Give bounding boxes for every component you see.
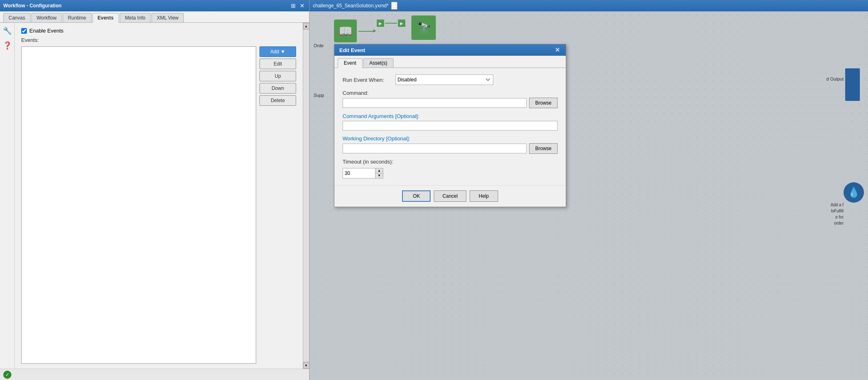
run-event-row: Run Event When: Disabled Before Run Afte… [343,74,558,85]
help-icon[interactable]: ❓ [2,40,13,51]
spinner-buttons: ▲ ▼ [375,168,383,179]
scrollbar[interactable]: ▲ ▼ [303,23,309,369]
right-title-bar: challenge_65_SeanSolution.yxmd* ✕ [310,0,868,11]
enable-events-checkbox[interactable] [21,28,27,34]
dialog-tabs: Event Asset(s) [334,56,566,68]
status-icon: ✓ [3,371,11,379]
scroll-track[interactable] [303,29,310,362]
run-event-dropdown-wrapper: Disabled Before Run After Run After Run … [396,74,493,85]
up-button[interactable]: Up [259,71,296,81]
left-panel: Workflow - Configuration ⊞ ✕ Canvas Work… [0,0,310,380]
ok-button[interactable]: OK [402,190,431,202]
edit-button[interactable]: Edit [259,59,296,69]
tab-xmlview[interactable]: XML View [152,13,184,22]
workdir-section: Working Directory [Optional]: Browse [343,135,558,154]
events-area: Add ▼ Edit Up Down Delete [21,46,296,364]
dialog-tab-assets[interactable]: Asset(s) [363,58,393,68]
command-label: Command: [343,90,558,96]
left-sidebar: 🔧 ❓ [0,23,15,369]
dialog-close-button[interactable]: ✕ [554,47,561,53]
spinner-down[interactable]: ▼ [376,173,383,178]
tab-workflow[interactable]: Workflow [31,13,62,22]
dialog-title: Edit Event [339,47,365,53]
workdir-label: Working Directory [Optional]: [343,135,558,142]
scroll-down[interactable]: ▼ [303,362,310,369]
canvas-area[interactable]: 📖 ▶ ▶ 🔭 Orde Supp d Output [310,11,868,380]
arguments-input[interactable] [343,121,558,131]
timeout-label: Timeout (in seconds): [343,159,558,165]
tab-events[interactable]: Events [92,13,119,23]
command-section: Command: Browse [343,90,558,108]
tool-icon[interactable]: 🔧 [2,25,13,37]
events-buttons: Add ▼ Edit Up Down Delete [259,46,296,364]
left-content: 🔧 ❓ Enable Events Events: Add ▼ Edit Up … [0,23,309,369]
timeout-input-row: 30 ▲ ▼ [343,168,558,179]
right-close-button[interactable]: ✕ [391,2,398,10]
dialog-tab-event[interactable]: Event [338,58,363,68]
right-tab: challenge_65_SeanSolution.yxmd* ✕ [313,2,398,10]
tab-bar: Canvas Workflow Runtime Events Meta Info… [0,11,309,23]
events-list [21,46,256,364]
bottom-bar: ✓ [0,369,309,380]
command-input-row: Browse [343,98,558,108]
arguments-label: Command Arguments [Optional]: [343,113,558,119]
add-button[interactable]: Add ▼ [259,46,296,57]
enable-events-row: Enable Events [21,28,296,34]
right-title-text: challenge_65_SeanSolution.yxmd* [313,3,389,9]
dialog-body: Run Event When: Disabled Before Run Afte… [334,68,566,185]
help-button[interactable]: Help [470,190,498,202]
scroll-up[interactable]: ▲ [303,23,310,29]
spinner-up[interactable]: ▲ [376,168,383,173]
dialog-title-bar: Edit Event ✕ [334,44,566,56]
command-input[interactable] [343,98,527,108]
workdir-input-row: Browse [343,143,558,154]
title-bar-left: Workflow - Configuration [3,3,62,9]
timeout-section: Timeout (in seconds): 30 ▲ ▼ [343,159,558,179]
title-text: Workflow - Configuration [3,3,62,9]
tab-metainfo[interactable]: Meta Info [120,13,151,22]
command-browse-button[interactable]: Browse [529,98,558,108]
events-label: Events: [21,37,296,43]
run-event-dropdown[interactable]: Disabled Before Run After Run After Run … [396,74,493,85]
workdir-input[interactable] [343,144,527,153]
timeout-input[interactable]: 30 [343,168,375,179]
close-button[interactable]: ✕ [299,3,306,9]
workdir-browse-button[interactable]: Browse [529,143,558,154]
tab-runtime[interactable]: Runtime [63,13,92,22]
cancel-button[interactable]: Cancel [434,190,466,202]
dialog-overlay: Edit Event ✕ Event Asset(s) Run Event Wh… [310,11,868,380]
pin-button[interactable]: ⊞ [290,3,297,9]
left-title-bar: Workflow - Configuration ⊞ ✕ [0,0,309,11]
tab-canvas[interactable]: Canvas [3,13,31,22]
arguments-section: Command Arguments [Optional]: [343,113,558,131]
enable-events-label: Enable Events [29,28,64,34]
main-content: Enable Events Events: Add ▼ Edit Up Down… [15,23,303,369]
title-controls: ⊞ ✕ [290,3,306,9]
edit-event-dialog: Edit Event ✕ Event Asset(s) Run Event Wh… [334,44,566,207]
run-event-label: Run Event When: [343,77,391,83]
right-panel: challenge_65_SeanSolution.yxmd* ✕ 📖 ▶ ▶ … [310,0,868,380]
down-button[interactable]: Down [259,83,296,94]
dialog-footer: OK Cancel Help [334,185,566,207]
delete-button[interactable]: Delete [259,95,296,106]
